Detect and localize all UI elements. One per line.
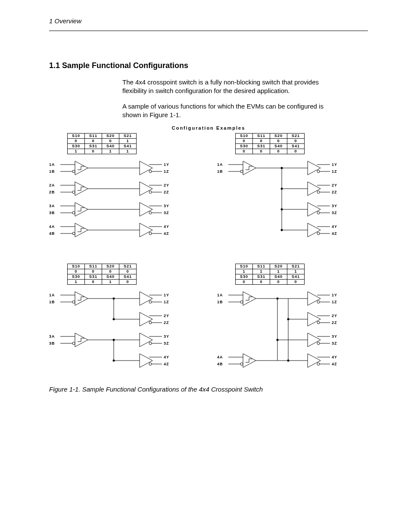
- input-label: 4B: [49, 231, 55, 236]
- table-cell: S30: [236, 144, 253, 149]
- svg-point-13: [149, 212, 152, 214]
- table-cell: S40: [102, 144, 119, 149]
- svg-point-67: [240, 170, 243, 173]
- table-cell: S40: [270, 144, 287, 149]
- config-4: S10S11S20S211111S30S31S40S4100001A1B4A4B…: [217, 264, 368, 377]
- svg-point-78: [281, 229, 283, 231]
- config-3: S10S11S20S210000S30S31S40S4110101A1B3A3B…: [49, 264, 200, 377]
- table-cell: 0: [253, 149, 270, 154]
- table-cell: 1: [270, 269, 287, 274]
- signal-table: S10S11S20S211111S30S31S40S410000: [235, 264, 305, 285]
- svg-point-124: [317, 301, 320, 303]
- output-label: 3Y: [164, 334, 169, 339]
- table-cell: 0: [270, 139, 287, 144]
- table-cell: 1: [119, 149, 137, 154]
- table-cell: S21: [287, 264, 305, 269]
- table-cell: 1: [119, 139, 137, 144]
- output-label: 4Z: [164, 362, 169, 366]
- input-label: 1B: [217, 300, 223, 304]
- output-label: 3Z: [332, 211, 337, 215]
- svg-marker-37: [75, 223, 88, 237]
- svg-point-18: [149, 232, 152, 235]
- table-cell: 0: [287, 280, 305, 285]
- svg-point-113: [113, 298, 115, 300]
- table-cell: S10: [68, 264, 85, 269]
- input-label: 2B: [49, 190, 55, 194]
- input-label: 3B: [49, 341, 55, 345]
- svg-point-158: [277, 339, 279, 341]
- output-label: 2Z: [332, 320, 337, 325]
- paragraph-2: A sample of various functions for which …: [122, 102, 329, 120]
- output-label: 2Z: [164, 190, 169, 194]
- svg-point-92: [149, 342, 152, 345]
- input-label: 1A: [217, 162, 223, 167]
- config-2: S10S11S20S210000S30S31S40S4100001A1B1Y1Z…: [217, 133, 368, 246]
- table-cell: 0: [236, 149, 253, 154]
- svg-point-3: [149, 170, 152, 173]
- input-label: 3A: [49, 204, 55, 208]
- table-cell: S41: [287, 144, 305, 149]
- output-label: 3Y: [164, 204, 169, 208]
- table-cell: 0: [119, 269, 137, 274]
- output-label: 2Y: [332, 183, 337, 187]
- svg-point-33: [72, 212, 75, 214]
- table-cell: 1: [102, 149, 119, 154]
- svg-point-62: [317, 232, 320, 235]
- output-label: 4Y: [332, 224, 337, 229]
- figure-heading: Configuration Examples: [49, 125, 368, 131]
- svg-point-114: [113, 318, 115, 320]
- configuration-grid: S10S11S20S210001S30S31S40S4110111A1B2A2B…: [49, 133, 368, 377]
- input-label: 1A: [49, 293, 55, 297]
- table-cell: 0: [253, 139, 270, 144]
- signal-table: S10S11S20S210001S30S31S40S411011: [67, 133, 137, 154]
- input-label: 4A: [49, 224, 55, 229]
- svg-point-102: [72, 301, 75, 303]
- output-label: 2Y: [164, 183, 169, 187]
- output-label: 4Y: [164, 224, 169, 229]
- output-label: 1Z: [332, 300, 337, 304]
- output-label: 4Z: [332, 231, 337, 236]
- running-header: 1 Overview: [49, 17, 368, 31]
- input-label: 1B: [49, 300, 55, 304]
- table-cell: S11: [85, 264, 102, 269]
- table-cell: 0: [253, 280, 270, 285]
- svg-point-156: [277, 298, 279, 300]
- output-label: 1Z: [332, 169, 337, 174]
- svg-point-149: [240, 363, 243, 365]
- output-label: 3Z: [332, 341, 337, 345]
- input-label: 3A: [49, 334, 55, 339]
- paragraph-1: The 4x4 crosspoint switch is a fully non…: [122, 78, 329, 96]
- table-cell: 0: [287, 139, 305, 144]
- table-cell: S30: [236, 274, 253, 280]
- table-cell: S20: [102, 134, 119, 139]
- svg-point-72: [281, 167, 283, 169]
- table-cell: 1: [102, 280, 119, 285]
- table-cell: 0: [85, 149, 102, 154]
- signal-table: S10S11S20S210000S30S31S40S410000: [235, 133, 305, 154]
- output-label: 3Y: [332, 334, 337, 339]
- svg-point-74: [281, 188, 283, 190]
- table-cell: 0: [102, 139, 119, 144]
- svg-point-97: [149, 363, 152, 365]
- svg-point-134: [317, 342, 320, 345]
- input-label: 2A: [49, 183, 55, 187]
- output-label: 3Z: [164, 211, 169, 215]
- table-cell: S31: [253, 144, 270, 149]
- svg-point-120: [113, 360, 115, 362]
- svg-point-47: [317, 170, 320, 173]
- input-label: 4B: [217, 362, 223, 366]
- table-cell: 1: [68, 280, 85, 285]
- svg-point-139: [317, 363, 320, 365]
- circuit-diagram: 1A1B1Y1Z2Y2Z3Y3Z4Y4Z: [217, 158, 355, 246]
- table-cell: 0: [270, 149, 287, 154]
- table-cell: 0: [68, 139, 85, 144]
- table-cell: S30: [68, 274, 85, 280]
- input-label: 4A: [217, 355, 223, 359]
- table-cell: S40: [270, 274, 287, 280]
- svg-point-76: [281, 208, 283, 211]
- table-cell: S11: [85, 134, 102, 139]
- svg-point-38: [72, 232, 75, 235]
- svg-point-82: [149, 301, 152, 303]
- section-heading: 1.1 Sample Functional Configurations: [49, 61, 368, 70]
- svg-marker-22: [75, 161, 88, 175]
